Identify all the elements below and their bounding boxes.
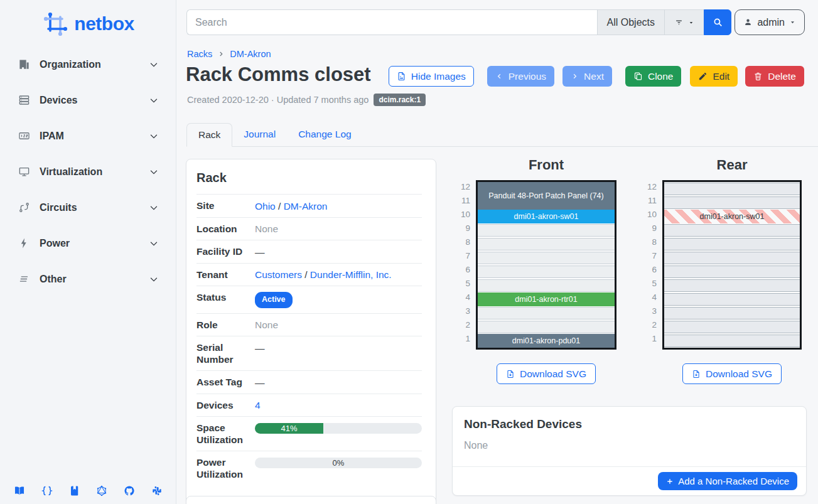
rest-api-braces-icon[interactable] <box>41 485 53 496</box>
tab-rack[interactable]: Rack <box>186 123 232 147</box>
chevron-right-icon <box>217 50 225 58</box>
front-unit-numbers: 121110987654321 <box>452 180 476 350</box>
empty-rack-slot-u5[interactable] <box>478 279 615 292</box>
search-filter-button[interactable] <box>664 9 704 35</box>
chevron-down-icon <box>148 166 159 178</box>
next-panel-partial <box>186 496 436 504</box>
user-name: admin <box>757 17 785 28</box>
empty-rack-slot-u2[interactable] <box>478 321 615 333</box>
object-type-button[interactable]: All Objects <box>597 9 664 35</box>
sidebar-item-other[interactable]: Other <box>0 261 176 297</box>
add-non-racked-device-label: Add a Non-Racked Device <box>678 476 789 486</box>
unit-number: 4 <box>452 291 470 304</box>
breadcrumb-link-site[interactable]: DM-Akron <box>230 49 271 59</box>
empty-rack-slot-u3[interactable] <box>478 307 615 319</box>
field-label: Role <box>196 319 255 331</box>
sidebar-item-circuits[interactable]: Circuits <box>0 190 176 225</box>
chevron-down-icon <box>148 95 159 106</box>
empty-rack-slot-u9[interactable] <box>478 224 615 237</box>
empty-rack-slot-u3[interactable] <box>664 307 800 319</box>
rear-elevation-title: Rear <box>638 157 802 173</box>
empty-rack-slot-u1[interactable] <box>664 335 800 347</box>
empty-rack-slot-u2[interactable] <box>664 321 800 333</box>
tab-journal[interactable]: Journal <box>232 122 287 146</box>
rack-device-panduit-48-port-patch-panel-74[interactable]: Panduit 48-Port Patch Panel (74) <box>478 182 615 210</box>
field-label: Facility ID <box>196 245 255 257</box>
clone-label: Clone <box>648 71 674 82</box>
hide-images-button[interactable]: Hide Images <box>389 66 474 87</box>
empty-rack-slot-u11[interactable] <box>664 196 800 209</box>
rack-device-dmi01-akron-rtr01[interactable]: dmi01-akron-rtr01 <box>478 292 615 306</box>
unit-number: 8 <box>452 235 470 249</box>
field-text: — <box>255 247 265 257</box>
netbox-logo[interactable]: netbox <box>0 8 176 40</box>
empty-rack-slot-u12[interactable] <box>664 183 800 195</box>
delete-button[interactable]: Delete <box>745 66 804 87</box>
rack-device-dmi01-akron-sw01[interactable]: dmi01-akron-sw01 <box>664 210 800 223</box>
sidebar-item-power[interactable]: Power <box>0 225 176 261</box>
front-rack-diagram: Panduit 48-Port Patch Panel (74)dmi01-ak… <box>476 180 616 350</box>
rack-panel-title: Rack <box>196 171 422 185</box>
sidebar-item-ipam[interactable]: IPAM <box>0 118 176 154</box>
unit-number: 4 <box>638 291 657 304</box>
api-docs-book-icon[interactable] <box>69 485 80 496</box>
unit-number: 2 <box>452 318 470 332</box>
graphql-icon[interactable] <box>96 485 107 496</box>
field-link-dm-akron[interactable]: DM-Akron <box>284 201 328 212</box>
pencil-icon <box>698 72 708 81</box>
user-menu-button[interactable]: admin <box>735 9 805 35</box>
slack-icon[interactable] <box>151 485 163 496</box>
docs-book-icon[interactable] <box>14 485 25 496</box>
field-link-customers[interactable]: Customers <box>255 269 302 280</box>
chevron-down-icon <box>148 131 159 142</box>
search-submit-button[interactable] <box>704 9 731 35</box>
empty-rack-slot-u5[interactable] <box>664 279 800 292</box>
empty-rack-slot-u4[interactable] <box>664 293 800 306</box>
rack-device-dmi01-akron-pdu01[interactable]: dmi01-akron-pdu01 <box>478 334 615 348</box>
github-icon[interactable] <box>124 485 135 496</box>
previous-button[interactable]: Previous <box>487 66 554 87</box>
previous-label: Previous <box>509 71 546 82</box>
field-text: — <box>255 343 265 353</box>
empty-rack-slot-u6[interactable] <box>478 265 615 278</box>
breadcrumb: Racks DM-Akron <box>187 49 271 59</box>
field-link-devices[interactable]: 4 <box>255 400 261 410</box>
unit-number: 10 <box>638 208 657 222</box>
field-row-location: LocationNone <box>196 217 422 240</box>
rack-device-dmi01-akron-sw01[interactable]: dmi01-akron-sw01 <box>478 210 615 223</box>
rear-download-svg-button[interactable]: Download SVG <box>682 363 782 384</box>
field-row-serial-number: Serial Number— <box>196 336 422 370</box>
unit-number: 11 <box>452 194 470 208</box>
empty-rack-slot-u9[interactable] <box>664 224 800 237</box>
field-row-devices: Devices4 <box>196 394 422 417</box>
empty-rack-slot-u6[interactable] <box>664 265 800 278</box>
front-download-svg-button[interactable]: Download SVG <box>497 363 596 384</box>
next-button[interactable]: Next <box>562 66 612 87</box>
field-link-dunder-mifflin-inc[interactable]: Dunder-Mifflin, Inc. <box>310 269 392 280</box>
sidebar-item-label: Organization <box>40 59 101 70</box>
sidebar-item-organization[interactable]: Organization <box>0 46 176 82</box>
clone-button[interactable]: Clone <box>625 66 682 87</box>
field-row-tenant: TenantCustomers / Dunder-Mifflin, Inc. <box>196 263 422 286</box>
field-row-status: StatusActive <box>196 286 422 313</box>
sidebar-item-devices[interactable]: Devices <box>0 82 176 118</box>
unit-number: 3 <box>638 304 657 318</box>
object-id-badge: dcim.rack:1 <box>374 94 426 106</box>
field-label: Site <box>196 200 255 212</box>
field-value: Active <box>255 291 422 308</box>
sidebar-item-virtualization[interactable]: Virtualization <box>0 154 176 190</box>
empty-rack-slot-u7[interactable] <box>664 252 800 264</box>
empty-rack-slot-u8[interactable] <box>478 238 615 250</box>
field-label: Power Utilization <box>196 456 255 480</box>
add-non-racked-device-button[interactable]: Add a Non-Racked Device <box>658 472 797 490</box>
trash-icon <box>753 72 763 81</box>
empty-rack-slot-u7[interactable] <box>478 252 615 264</box>
empty-rack-slot-u8[interactable] <box>664 238 800 250</box>
search-input[interactable] <box>186 9 597 35</box>
edit-button[interactable]: Edit <box>690 66 738 87</box>
field-link-ohio[interactable]: Ohio <box>255 201 276 212</box>
tab-change-log[interactable]: Change Log <box>287 122 362 146</box>
field-value: None <box>255 223 422 235</box>
non-racked-devices-body: None <box>453 431 806 466</box>
breadcrumb-link-racks[interactable]: Racks <box>187 49 212 59</box>
